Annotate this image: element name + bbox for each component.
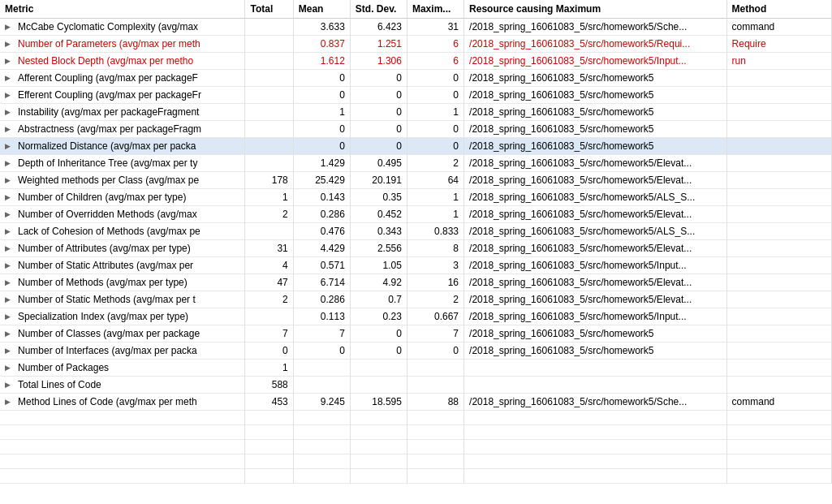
total-value: 1 (245, 360, 293, 377)
expand-icon[interactable]: ▶ (5, 108, 15, 118)
method-name (726, 189, 831, 206)
stddev-value: 0.452 (350, 206, 407, 223)
mean-value: 7 (293, 325, 350, 342)
empty-cell (726, 454, 831, 469)
metric-name: ▶Number of Parameters (avg/max per meth (0, 36, 245, 53)
total-value (245, 104, 293, 121)
table-row: ▶Number of Children (avg/max per type)10… (0, 189, 832, 206)
empty-cell (407, 469, 463, 484)
method-name (726, 342, 831, 360)
expand-icon[interactable]: ▶ (5, 398, 15, 407)
expand-icon[interactable]: ▶ (5, 227, 15, 237)
method-name: Require (726, 36, 831, 53)
mean-value: 0.476 (293, 223, 350, 240)
expand-icon[interactable]: ▶ (5, 210, 15, 220)
empty-cell (245, 469, 293, 484)
expand-icon[interactable]: ▶ (5, 364, 15, 373)
mean-value: 4.429 (293, 240, 350, 257)
expand-icon[interactable]: ▶ (5, 261, 15, 271)
stddev-value: 0 (350, 342, 407, 360)
expand-icon[interactable]: ▶ (5, 40, 15, 50)
method-name (726, 87, 831, 104)
mean-value: 6.714 (293, 274, 350, 291)
total-value (245, 155, 293, 172)
table-row: ▶Instability (avg/max per packageFragmen… (0, 104, 832, 121)
stddev-value: 0 (350, 138, 407, 155)
resource-path: /2018_spring_16061083_5/src/homework5/Re… (464, 36, 727, 53)
expand-icon[interactable]: ▶ (5, 125, 15, 135)
expand-icon[interactable]: ▶ (5, 278, 15, 288)
resource-path: /2018_spring_16061083_5/src/homework5 (464, 70, 727, 87)
total-value: 47 (245, 274, 293, 291)
mean-value: 0.571 (293, 257, 350, 274)
stddev-value: 0.35 (350, 189, 407, 206)
maxim-value: 0 (407, 138, 463, 155)
total-value: 1 (245, 189, 293, 206)
empty-cell (0, 440, 245, 454)
mean-value: 1 (293, 104, 350, 121)
maxim-value: 3 (407, 257, 463, 274)
empty-cell (0, 469, 245, 484)
expand-icon[interactable]: ▶ (5, 244, 15, 254)
resource-path: /2018_spring_16061083_5/src/homework5/AL… (464, 189, 727, 206)
total-value (245, 19, 293, 36)
empty-cell (407, 454, 463, 469)
expand-icon[interactable]: ▶ (5, 330, 15, 339)
resource-path (464, 377, 727, 394)
mean-value: 9.245 (293, 394, 350, 411)
empty-row (0, 411, 832, 425)
table-row: ▶Specialization Index (avg/max per type)… (0, 308, 832, 325)
expand-icon[interactable]: ▶ (5, 74, 15, 84)
metric-name: ▶Instability (avg/max per packageFragmen… (0, 104, 245, 121)
mean-value: 1.612 (293, 53, 350, 70)
expand-icon[interactable]: ▶ (5, 295, 15, 305)
expand-icon[interactable]: ▶ (5, 312, 15, 322)
table-row: ▶Depth of Inheritance Tree (avg/max per … (0, 155, 832, 172)
expand-icon[interactable]: ▶ (5, 381, 15, 390)
table-row: ▶Normalized Distance (avg/max per packa0… (0, 138, 832, 155)
empty-cell (293, 454, 350, 469)
maxim-value: 6 (407, 36, 463, 53)
expand-icon[interactable]: ▶ (5, 91, 15, 101)
expand-icon[interactable]: ▶ (5, 159, 15, 169)
mean-value: 3.633 (293, 19, 350, 36)
total-value: 4 (245, 257, 293, 274)
maxim-value: 0.667 (407, 308, 463, 325)
metric-name: ▶Number of Children (avg/max per type) (0, 189, 245, 206)
stddev-value: 18.595 (350, 394, 407, 411)
maxim-value (407, 377, 463, 394)
expand-icon[interactable]: ▶ (5, 57, 15, 67)
mean-value: 0 (293, 121, 350, 138)
maxim-value: 0.833 (407, 223, 463, 240)
stddev-value: 0.495 (350, 155, 407, 172)
stddev-value: 6.423 (350, 19, 407, 36)
method-name: command (726, 19, 831, 36)
mean-value: 1.429 (293, 155, 350, 172)
header-metric: Metric (0, 0, 245, 19)
total-value (245, 138, 293, 155)
maxim-value: 7 (407, 325, 463, 342)
expand-icon[interactable]: ▶ (5, 347, 15, 356)
method-name (726, 104, 831, 121)
stddev-value: 0 (350, 104, 407, 121)
metric-name: ▶Normalized Distance (avg/max per packa (0, 138, 245, 155)
resource-path: /2018_spring_16061083_5/src/homework5 (464, 104, 727, 121)
metric-name: ▶Number of Static Attributes (avg/max pe… (0, 257, 245, 274)
expand-icon[interactable]: ▶ (5, 193, 15, 203)
mean-value: 0.837 (293, 36, 350, 53)
expand-icon[interactable]: ▶ (5, 23, 15, 32)
table-row: ▶Nested Block Depth (avg/max per metho1.… (0, 53, 832, 70)
table-row: ▶Number of Parameters (avg/max per meth0… (0, 36, 832, 53)
table-row: ▶McCabe Cyclomatic Complexity (avg/max3.… (0, 19, 832, 36)
resource-path: /2018_spring_16061083_5/src/homework5/Sc… (464, 19, 727, 36)
mean-value: 0.286 (293, 206, 350, 223)
expand-icon[interactable]: ▶ (5, 176, 15, 186)
stddev-value: 0 (350, 70, 407, 87)
maxim-value: 6 (407, 53, 463, 70)
stddev-value: 0.7 (350, 291, 407, 308)
expand-icon[interactable]: ▶ (5, 142, 15, 152)
empty-cell (293, 469, 350, 484)
mean-value: 0 (293, 87, 350, 104)
header-resource: Resource causing Maximum (464, 0, 727, 19)
method-name (726, 172, 831, 189)
